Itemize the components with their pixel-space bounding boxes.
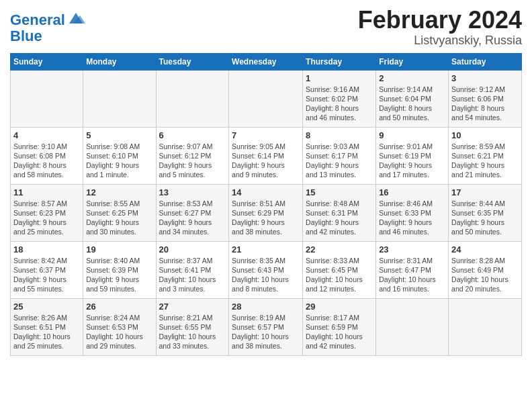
day-info: Sunrise: 9:10 AM Sunset: 6:08 PM Dayligh… [13,142,80,180]
day-number: 24 [451,244,519,255]
calendar-cell: 3Sunrise: 9:12 AM Sunset: 6:06 PM Daylig… [449,70,522,127]
calendar-cell: 24Sunrise: 8:28 AM Sunset: 6:49 PM Dayli… [449,241,522,298]
calendar-cell [11,70,83,127]
day-info: Sunrise: 8:31 AM Sunset: 6:47 PM Dayligh… [379,256,445,294]
day-number: 8 [306,130,373,140]
weekday-header: Tuesday [156,53,229,70]
day-info: Sunrise: 8:35 AM Sunset: 6:43 PM Dayligh… [232,256,300,294]
day-number: 10 [451,130,519,140]
day-info: Sunrise: 8:33 AM Sunset: 6:45 PM Dayligh… [306,256,373,294]
calendar-cell: 15Sunrise: 8:48 AM Sunset: 6:31 PM Dayli… [303,184,376,241]
calendar-cell: 10Sunrise: 8:59 AM Sunset: 6:21 PM Dayli… [449,127,522,184]
day-number: 27 [159,302,226,312]
day-number: 12 [86,187,152,197]
calendar-week-row: 11Sunrise: 8:57 AM Sunset: 6:23 PM Dayli… [11,184,522,241]
calendar-header-row: SundayMondayTuesdayWednesdayThursdayFrid… [11,53,522,70]
calendar-cell: 22Sunrise: 8:33 AM Sunset: 6:45 PM Dayli… [303,241,376,298]
day-number: 21 [232,244,300,255]
day-info: Sunrise: 9:14 AM Sunset: 6:04 PM Dayligh… [379,85,445,123]
calendar-cell [156,70,229,127]
day-number: 28 [232,302,300,312]
logo-text: General [10,12,65,28]
day-number: 7 [232,130,300,140]
calendar-cell [449,298,522,355]
location-title: Listvyanskiy, Russia [358,34,522,48]
calendar-table: SundayMondayTuesdayWednesdayThursdayFrid… [10,53,522,356]
day-info: Sunrise: 8:40 AM Sunset: 6:39 PM Dayligh… [86,256,152,294]
calendar-cell: 1Sunrise: 9:16 AM Sunset: 6:02 PM Daylig… [303,70,376,127]
calendar-cell: 7Sunrise: 9:05 AM Sunset: 6:14 PM Daylig… [229,127,303,184]
logo-blue: Blue [10,28,85,44]
calendar-cell: 6Sunrise: 9:07 AM Sunset: 6:12 PM Daylig… [156,127,229,184]
day-number: 9 [379,130,445,140]
day-info: Sunrise: 8:46 AM Sunset: 6:33 PM Dayligh… [379,199,445,237]
day-number: 22 [306,244,373,255]
day-info: Sunrise: 8:44 AM Sunset: 6:35 PM Dayligh… [451,199,519,237]
day-number: 6 [159,130,226,140]
day-number: 26 [86,302,152,312]
title-block: February 2024 Listvyanskiy, Russia [358,7,522,48]
calendar-cell [229,70,303,127]
weekday-header: Sunday [11,53,83,70]
day-info: Sunrise: 8:19 AM Sunset: 6:57 PM Dayligh… [232,313,300,351]
day-info: Sunrise: 8:21 AM Sunset: 6:55 PM Dayligh… [159,313,226,351]
day-info: Sunrise: 8:51 AM Sunset: 6:29 PM Dayligh… [232,199,300,237]
calendar-week-row: 1Sunrise: 9:16 AM Sunset: 6:02 PM Daylig… [11,70,522,127]
calendar-cell: 25Sunrise: 8:26 AM Sunset: 6:51 PM Dayli… [11,298,83,355]
calendar-cell: 19Sunrise: 8:40 AM Sunset: 6:39 PM Dayli… [83,241,156,298]
calendar-cell: 28Sunrise: 8:19 AM Sunset: 6:57 PM Dayli… [229,298,303,355]
day-number: 15 [306,187,373,197]
calendar-cell: 2Sunrise: 9:14 AM Sunset: 6:04 PM Daylig… [376,70,449,127]
day-info: Sunrise: 8:55 AM Sunset: 6:25 PM Dayligh… [86,199,152,237]
weekday-header: Friday [376,53,449,70]
calendar-cell: 26Sunrise: 8:24 AM Sunset: 6:53 PM Dayli… [83,298,156,355]
day-info: Sunrise: 9:12 AM Sunset: 6:06 PM Dayligh… [451,85,519,123]
day-info: Sunrise: 8:17 AM Sunset: 6:59 PM Dayligh… [306,313,373,351]
calendar-cell: 29Sunrise: 8:17 AM Sunset: 6:59 PM Dayli… [303,298,376,355]
calendar-cell: 16Sunrise: 8:46 AM Sunset: 6:33 PM Dayli… [376,184,449,241]
calendar-cell: 18Sunrise: 8:42 AM Sunset: 6:37 PM Dayli… [11,241,83,298]
day-number: 29 [306,302,373,312]
day-number: 17 [451,187,519,197]
calendar-week-row: 18Sunrise: 8:42 AM Sunset: 6:37 PM Dayli… [11,241,522,298]
calendar-cell: 23Sunrise: 8:31 AM Sunset: 6:47 PM Dayli… [376,241,449,298]
month-title: February 2024 [358,7,522,34]
day-number: 20 [159,244,226,255]
day-number: 23 [379,244,445,255]
calendar-cell: 20Sunrise: 8:37 AM Sunset: 6:41 PM Dayli… [156,241,229,298]
day-number: 3 [451,73,519,83]
calendar-cell: 11Sunrise: 8:57 AM Sunset: 6:23 PM Dayli… [11,184,83,241]
day-info: Sunrise: 9:01 AM Sunset: 6:19 PM Dayligh… [379,142,445,180]
calendar-cell [376,298,449,355]
day-info: Sunrise: 9:08 AM Sunset: 6:10 PM Dayligh… [86,142,152,180]
calendar-cell: 13Sunrise: 8:53 AM Sunset: 6:27 PM Dayli… [156,184,229,241]
calendar-cell: 27Sunrise: 8:21 AM Sunset: 6:55 PM Dayli… [156,298,229,355]
day-info: Sunrise: 9:16 AM Sunset: 6:02 PM Dayligh… [306,85,373,123]
day-number: 5 [86,130,152,140]
weekday-header: Thursday [303,53,376,70]
day-number: 1 [306,73,373,83]
weekday-header: Wednesday [229,53,303,70]
day-info: Sunrise: 9:07 AM Sunset: 6:12 PM Dayligh… [159,142,226,180]
day-info: Sunrise: 8:48 AM Sunset: 6:31 PM Dayligh… [306,199,373,237]
calendar-cell: 12Sunrise: 8:55 AM Sunset: 6:25 PM Dayli… [83,184,156,241]
day-info: Sunrise: 8:37 AM Sunset: 6:41 PM Dayligh… [159,256,226,294]
day-number: 14 [232,187,300,197]
calendar-cell: 4Sunrise: 9:10 AM Sunset: 6:08 PM Daylig… [11,127,83,184]
logo: General Blue [10,12,85,44]
day-number: 16 [379,187,445,197]
day-info: Sunrise: 8:57 AM Sunset: 6:23 PM Dayligh… [13,199,80,237]
day-info: Sunrise: 8:26 AM Sunset: 6:51 PM Dayligh… [13,313,80,351]
day-info: Sunrise: 8:24 AM Sunset: 6:53 PM Dayligh… [86,313,152,351]
day-number: 4 [13,130,80,140]
weekday-header: Monday [83,53,156,70]
page-header: General Blue February 2024 Listvyanskiy,… [10,7,522,48]
day-info: Sunrise: 8:28 AM Sunset: 6:49 PM Dayligh… [451,256,519,294]
calendar-cell: 9Sunrise: 9:01 AM Sunset: 6:19 PM Daylig… [376,127,449,184]
day-number: 25 [13,302,80,312]
day-number: 2 [379,73,445,83]
logo-icon [66,11,85,26]
day-info: Sunrise: 9:03 AM Sunset: 6:17 PM Dayligh… [306,142,373,180]
calendar-cell: 17Sunrise: 8:44 AM Sunset: 6:35 PM Dayli… [449,184,522,241]
day-info: Sunrise: 8:42 AM Sunset: 6:37 PM Dayligh… [13,256,80,294]
